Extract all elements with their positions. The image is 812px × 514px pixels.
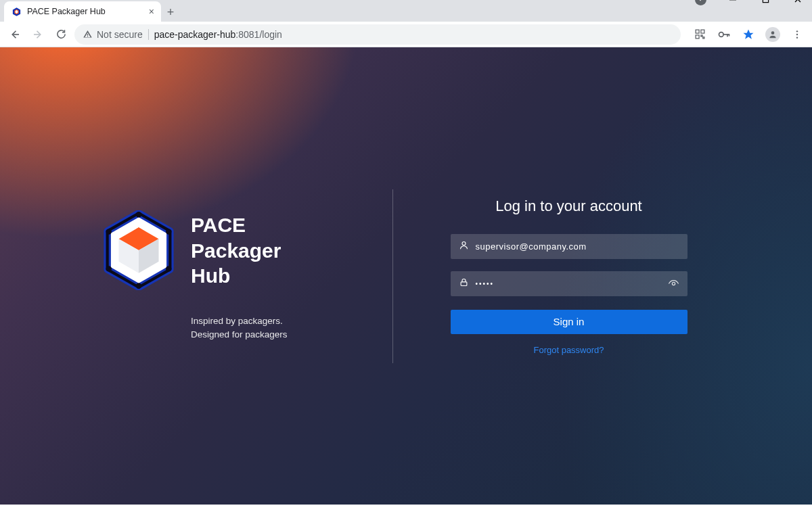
warning-icon xyxy=(83,29,93,39)
window-controls xyxy=(690,0,808,7)
svg-point-23 xyxy=(796,37,798,38)
svg-rect-11 xyxy=(700,30,704,33)
not-secure-label: Not secure xyxy=(97,29,143,40)
svg-point-15 xyxy=(719,32,724,37)
signin-button[interactable]: Sign in xyxy=(451,310,687,334)
login-heading: Log in to your account xyxy=(495,197,641,215)
svg-marker-19 xyxy=(744,29,754,39)
tab-favicon xyxy=(11,6,22,17)
username-field[interactable] xyxy=(451,234,687,259)
svg-rect-10 xyxy=(696,30,699,33)
svg-rect-12 xyxy=(696,35,699,39)
svg-point-21 xyxy=(796,30,798,32)
browser-tabstrip: PACE Packager Hub × + xyxy=(0,0,812,22)
window-maximize-button[interactable] xyxy=(755,0,775,7)
tab-title: PACE Packager Hub xyxy=(27,7,143,16)
address-bar[interactable]: Not secure pace-packager-hub:8081/login xyxy=(74,24,681,45)
window-minimize-button[interactable] xyxy=(723,0,743,7)
bookmark-star-icon[interactable] xyxy=(739,25,758,44)
svg-point-34 xyxy=(166,266,171,272)
tab-close-button[interactable]: × xyxy=(149,7,154,16)
reveal-password-icon[interactable] xyxy=(668,278,679,289)
svg-rect-16 xyxy=(723,34,729,35)
svg-rect-14 xyxy=(702,37,704,39)
nav-reload-button[interactable] xyxy=(51,25,70,44)
svg-rect-5 xyxy=(763,0,768,2)
product-logo-icon xyxy=(102,210,176,290)
login-panel: PACE Packager Hub Inspired by packagers.… xyxy=(95,185,717,367)
password-input[interactable]: ••••• xyxy=(476,280,661,287)
user-icon xyxy=(459,240,469,252)
svg-point-35 xyxy=(136,283,141,289)
forgot-password-link[interactable]: Forgot password? xyxy=(533,345,604,355)
nav-forward-button[interactable] xyxy=(28,25,47,44)
key-icon[interactable] xyxy=(715,25,734,44)
product-name: PACE Packager Hub xyxy=(191,212,281,289)
kebab-menu-icon[interactable] xyxy=(788,25,807,44)
window-close-button[interactable] xyxy=(788,0,808,7)
product-tagline: Inspired by packagers. Designed for pack… xyxy=(191,314,319,341)
lock-icon xyxy=(459,277,469,289)
svg-point-38 xyxy=(462,242,466,246)
password-field[interactable]: ••••• xyxy=(451,271,687,296)
nav-back-button[interactable] xyxy=(5,25,24,44)
svg-point-32 xyxy=(136,212,141,218)
svg-point-40 xyxy=(672,282,675,285)
browser-toolbar: Not secure pace-packager-hub:8081/login xyxy=(0,22,812,47)
profile-avatar-icon[interactable] xyxy=(763,25,782,44)
svg-point-33 xyxy=(166,229,171,235)
url-text: pace-packager-hub:8081/login xyxy=(154,29,282,40)
svg-marker-3 xyxy=(698,0,703,1)
svg-rect-18 xyxy=(729,34,730,36)
username-input[interactable] xyxy=(476,241,679,252)
login-page: PACE Packager Hub Inspired by packagers.… xyxy=(0,47,812,505)
browser-tab-active[interactable]: PACE Packager Hub × xyxy=(4,1,161,22)
toolbar-actions xyxy=(685,25,807,44)
svg-rect-13 xyxy=(700,35,702,37)
profile-chip-icon[interactable] xyxy=(690,0,710,7)
svg-point-36 xyxy=(106,266,112,272)
svg-rect-39 xyxy=(461,282,467,286)
svg-rect-17 xyxy=(727,34,728,37)
omnibox-divider xyxy=(148,29,149,40)
login-form: Log in to your account ••••• Sign in For… xyxy=(393,185,717,367)
svg-point-20 xyxy=(771,31,775,34)
svg-point-22 xyxy=(796,33,798,34)
qr-icon[interactable] xyxy=(690,25,709,44)
svg-point-37 xyxy=(106,229,112,235)
brand-block: PACE Packager Hub Inspired by packagers.… xyxy=(95,185,392,367)
new-tab-button[interactable]: + xyxy=(161,3,180,22)
security-indicator[interactable]: Not secure xyxy=(83,29,143,40)
